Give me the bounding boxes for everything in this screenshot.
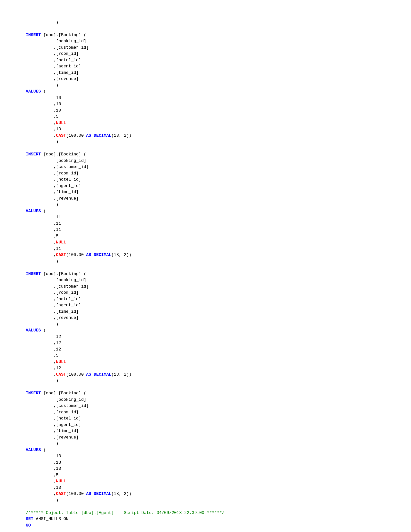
code-content: ) INSERT [dbo].[Booking] ( [booking_id] … [26,13,411,528]
